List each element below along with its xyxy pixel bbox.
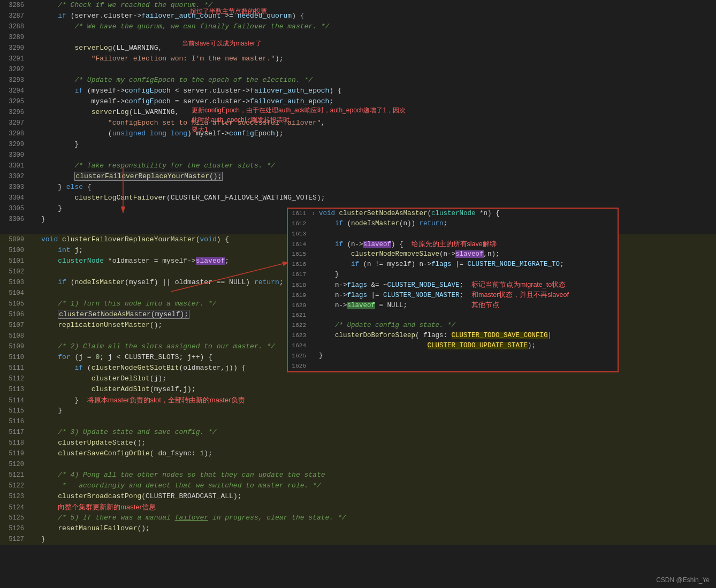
code-line-3292: 3292 — [0, 64, 716, 75]
code-line-3302: 3302 clusterFailoverReplaceYourMaster(); — [0, 171, 716, 182]
code-line-5127: 5127 } — [0, 534, 716, 545]
popup-line-1615: 1615 clusterNodeRemoveSlave(n->slaveof,n… — [288, 249, 618, 259]
code-line-3298: 3298 (unsigned long long) myself->config… — [0, 128, 716, 139]
code-line-3300: 3300 — [0, 150, 716, 161]
code-line-5113: 5113 clusterAddSlot(myself,j); — [0, 384, 716, 395]
popup-line-1624: 1624 CLUSTER_TODO_UPDATE_STATE); — [288, 341, 618, 351]
code-line-3296: 3296 serverLog(LL_WARNING, — [0, 107, 716, 118]
popup-line-1611: 1611 ↕ void clusterSetNodeAsMaster(clust… — [288, 209, 618, 219]
code-line-3291: 3291 "Failover election won: I'm the new… — [0, 54, 716, 64]
popup-line-1626: 1626 — [288, 361, 618, 371]
code-line-3289: 3289 — [0, 32, 716, 43]
popup-line-1621: 1621 — [288, 310, 618, 320]
code-line-3287: 3287 if (server.cluster->failover_auth_c… — [0, 11, 716, 21]
watermark: CSDN @Eshin_Ye — [656, 576, 710, 584]
code-line-5122: 5122 * accordingly and detect that we sw… — [0, 480, 716, 491]
code-line-3290: 3290 serverLog(LL_WARNING, — [0, 43, 716, 54]
code-line-3303: 3303 } else { — [0, 182, 716, 193]
popup-line-1620: 1620 n->slaveof = NULL; 其他节点 — [288, 300, 618, 310]
popup-line-1625: 1625 } — [288, 351, 618, 361]
popup-line-1617: 1617 } — [288, 270, 618, 280]
popup-code-box: 1611 ↕ void clusterSetNodeAsMaster(clust… — [287, 208, 619, 372]
code-line-5124: 5124 向整个集群更新新的master信息 — [0, 502, 716, 513]
code-line-3288: 3288 /* We have the quorum, we can final… — [0, 21, 716, 32]
popup-line-1622: 1622 /* Update config and state. */ — [288, 320, 618, 331]
code-line-5116: 5116 — [0, 416, 716, 427]
popup-line-1614: 1614 if (n->slaveof) { 给原先的主的所有slave解绑 — [288, 239, 618, 249]
popup-line-1623: 1623 clusterDoBeforeSleep( flags: CLUSTE… — [288, 331, 618, 341]
code-line-5126: 5126 resetManualFailover(); — [0, 523, 716, 534]
code-line-3297: 3297 "configEpoch set to %llu after succ… — [0, 118, 716, 128]
code-line-3301: 3301 /* Take responsibility for the clus… — [0, 161, 716, 171]
code-line-5125: 5125 /* 5) If there was a manual failove… — [0, 513, 716, 523]
code-line-3286: 3286 /* Check if we reached the quorum. … — [0, 0, 716, 11]
popup-line-1618: 1618 n->flags &= ~CLUSTER_NODE_SLAVE; 标记… — [288, 280, 618, 290]
code-line-3299: 3299 } — [0, 139, 716, 150]
main-code-panel: 3286 /* Check if we reached the quorum. … — [0, 0, 716, 588]
code-line-5120: 5120 — [0, 459, 716, 470]
popup-line-1613: 1613 — [288, 229, 618, 239]
code-line-3295: 3295 myself->configEpoch = server.cluste… — [0, 96, 716, 107]
code-line-5115: 5115 } — [0, 406, 716, 416]
code-line-5112: 5112 clusterDelSlot(j); — [0, 373, 716, 384]
code-line-5119: 5119 clusterSaveConfigOrDie( do_fsync: 1… — [0, 448, 716, 459]
code-line-5117: 5117 /* 3) Update state and save config.… — [0, 427, 716, 438]
code-line-5121: 5121 /* 4) Pong all the other nodes so t… — [0, 470, 716, 480]
popup-line-1616: 1616 if (n != myself) n->flags |= CLUSTE… — [288, 259, 618, 270]
code-line-3304: 3304 clusterLogCantFailover(CLUSTER_CANT… — [0, 193, 716, 203]
code-line-5118: 5118 clusterUpdateState(); — [0, 438, 716, 448]
code-line-3293: 3293 /* Update my configEpoch to the epo… — [0, 75, 716, 86]
code-line-5114: 5114 } 将原本master负责的slot，全部转由新的master负责 — [0, 395, 716, 406]
code-line-5123: 5123 clusterBroadcastPong(CLUSTER_BROADC… — [0, 491, 716, 502]
code-line-3294: 3294 if (myself->configEpoch < server.cl… — [0, 86, 716, 96]
popup-line-1612: 1612 if (nodeIsMaster(n)) return; — [288, 219, 618, 229]
popup-line-1619: 1619 n->flags |= CLUSTER_NODE_MASTER; 和m… — [288, 290, 618, 300]
